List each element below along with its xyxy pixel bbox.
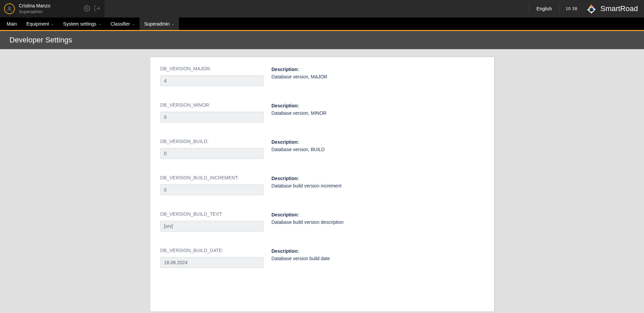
description-heading: Description:	[272, 212, 484, 217]
nav-item-system-settings[interactable]: System settings⌄	[58, 18, 106, 30]
clock: 10 38	[559, 4, 584, 13]
chevron-down-icon: ⌄	[51, 22, 54, 26]
description-heading: Description:	[272, 67, 484, 72]
setting-left: DB_VERSION_BUILD:	[160, 139, 272, 159]
svg-rect-9	[587, 9, 589, 10]
setting-description: Description:Database build version descr…	[272, 211, 484, 232]
nav-item-main[interactable]: Main	[2, 18, 22, 30]
setting-label: DB_VERSION_BUILD:	[160, 139, 272, 144]
setting-label: DB_VERSION_BUILD_DATE:	[160, 248, 272, 253]
nav-item-label: Equipment	[26, 21, 49, 27]
language-selector[interactable]: English	[529, 4, 559, 13]
settings-card: DB_VERSION_MAJOR:Description:Database ve…	[150, 57, 494, 311]
svg-rect-10	[591, 12, 592, 13]
setting-input[interactable]	[160, 257, 264, 268]
description-heading: Description:	[272, 139, 484, 145]
setting-left: DB_VERSION_BUILD_INCREMENT:	[160, 175, 272, 195]
setting-description: Description:Database version build date	[272, 248, 484, 268]
setting-row: DB_VERSION_BUILD:Description:Database ve…	[160, 139, 484, 159]
setting-left: DB_VERSION_BUILD_TEXT:	[160, 211, 272, 232]
setting-row: DB_VERSION_BUILD_DATE:Description:Databa…	[160, 248, 484, 268]
nav-item-classifier[interactable]: Classifier⌄	[106, 18, 140, 30]
description-text: Database version build date	[272, 256, 484, 261]
nav-item-label: System settings	[63, 21, 96, 27]
svg-rect-8	[594, 9, 595, 10]
setting-row: DB_VERSION_BUILD_TEXT:Description:Databa…	[160, 211, 484, 232]
setting-input[interactable]	[160, 75, 264, 86]
brand-logo-icon	[586, 3, 597, 14]
setting-input[interactable]	[160, 112, 264, 123]
description-text: Database version, MINOR	[272, 110, 484, 116]
description-text: Database version, MAJOR	[272, 74, 484, 79]
nav-item-label: Classifier	[111, 21, 130, 27]
setting-input[interactable]	[160, 184, 264, 195]
svg-marker-3	[591, 4, 594, 7]
gear-icon[interactable]	[84, 5, 90, 13]
avatar[interactable]	[4, 3, 15, 14]
chevron-down-icon: ⌄	[132, 22, 135, 26]
setting-row: DB_VERSION_MINOR:Description:Database ve…	[160, 102, 484, 123]
brand-name: SmartRoad	[601, 4, 638, 13]
description-heading: Description:	[272, 103, 484, 108]
description-text: Database build version description	[272, 219, 484, 225]
setting-label: DB_VERSION_MINOR:	[160, 102, 272, 108]
setting-label: DB_VERSION_MAJOR:	[160, 66, 272, 71]
description-heading: Description:	[272, 176, 484, 181]
brand[interactable]: SmartRoad	[584, 3, 644, 14]
description-text: Database version, BUILD	[272, 147, 484, 152]
logout-icon[interactable]	[94, 5, 100, 13]
nav-item-label: Superadmin	[144, 21, 170, 27]
setting-description: Description:Database build version incre…	[272, 175, 484, 195]
setting-description: Description:Database version, MAJOR	[272, 66, 484, 86]
setting-left: DB_VERSION_MAJOR:	[160, 66, 272, 86]
setting-row: DB_VERSION_MAJOR:Description:Database ve…	[160, 66, 484, 86]
user-block: Cristina Manzo Superadmin	[0, 0, 104, 18]
setting-label: DB_VERSION_BUILD_TEXT:	[160, 211, 272, 217]
user-text: Cristina Manzo Superadmin	[19, 3, 84, 14]
topbar: Cristina Manzo Superadmin English 10 38	[0, 0, 644, 18]
setting-left: DB_VERSION_BUILD_DATE:	[160, 248, 272, 268]
setting-description: Description:Database version, MINOR	[272, 102, 484, 123]
description-text: Database build version increment	[272, 183, 484, 188]
nav-item-label: Main	[7, 21, 17, 27]
svg-point-0	[8, 7, 10, 9]
setting-row: DB_VERSION_BUILD_INCREMENT:Description:D…	[160, 175, 484, 195]
svg-point-1	[86, 7, 88, 9]
setting-description: Description:Database version, BUILD	[272, 139, 484, 159]
setting-label: DB_VERSION_BUILD_INCREMENT:	[160, 175, 272, 180]
setting-input[interactable]	[160, 221, 264, 232]
description-heading: Description:	[272, 248, 484, 254]
user-name: Cristina Manzo	[19, 3, 84, 9]
chevron-down-icon: ⌄	[172, 22, 174, 26]
setting-input[interactable]	[160, 148, 264, 159]
navbar: MainEquipment⌄System settings⌄Classifier…	[0, 18, 644, 31]
chevron-down-icon: ⌄	[98, 22, 101, 26]
content-area: DB_VERSION_MAJOR:Description:Database ve…	[0, 49, 644, 311]
nav-item-equipment[interactable]: Equipment⌄	[22, 18, 58, 30]
user-role: Superadmin	[19, 9, 84, 14]
nav-item-superadmin[interactable]: Superadmin⌄	[140, 18, 179, 30]
person-icon	[7, 6, 12, 11]
svg-marker-4	[589, 4, 591, 7]
page-title: Developer Settings	[0, 31, 644, 49]
setting-left: DB_VERSION_MINOR:	[160, 102, 272, 123]
